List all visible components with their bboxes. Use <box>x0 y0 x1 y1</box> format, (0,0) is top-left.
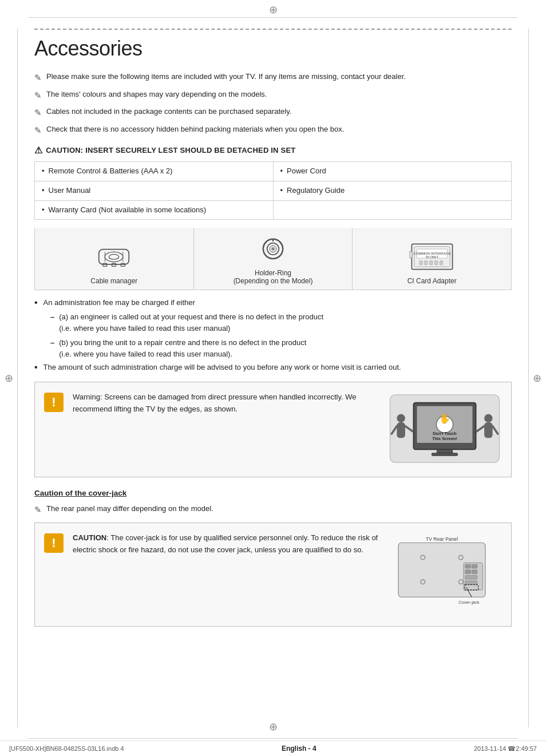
warning-exclamation-icon: ! <box>44 393 64 412</box>
note-icon-4: ✎ <box>34 124 42 137</box>
acc-item-warranty: Warranty Card (Not available in some loc… <box>42 204 266 216</box>
top-center-crosshair: ⊕ <box>269 3 278 16</box>
acc-item-power: Power Cord <box>280 165 505 177</box>
cover-jack-label-svg: Cover-jack <box>458 600 479 605</box>
svg-rect-47 <box>465 564 471 568</box>
svg-rect-28 <box>432 453 457 456</box>
svg-rect-18 <box>419 261 422 265</box>
caution-exclamation-icon: ! <box>44 533 64 553</box>
warning-text-block: Warning: Screens can be damaged from dir… <box>73 391 378 415</box>
tv-handling-image: ✋ Don't Touch This Screen! <box>387 391 502 468</box>
page: ⊕ ⊕ ⊕ Accessories ✎ Please make sure the… <box>0 0 546 756</box>
note-item-3: ✎ Cables not included in the package con… <box>34 106 512 120</box>
note-icon-3: ✎ <box>34 106 42 120</box>
holder-ring-icon <box>256 236 290 264</box>
cover-jack-caution-box: ! CAUTION: The cover-jack is for use by … <box>34 523 512 627</box>
caution-bold-text: CAUTION <box>73 533 106 542</box>
admin-fee-section: An administration fee may be charged if … <box>34 298 512 373</box>
caution-header: ⚠ CAUTION: INSERT SECURELY LEST SHOULD B… <box>34 145 512 156</box>
note-item-1: ✎ Please make sure the following items a… <box>34 71 512 85</box>
sub-bullets-section: – (a) an engineer is called out at your … <box>50 311 512 359</box>
caution-text-block: CAUTION: The cover-jack is for use by qu… <box>73 532 378 556</box>
cover-jack-heading: Caution of the cover-jack <box>34 489 512 497</box>
notes-section: ✎ Please make sure the following items a… <box>34 71 512 137</box>
note-icon-1: ✎ <box>34 72 42 85</box>
svg-point-33 <box>397 414 405 423</box>
caution-header-text: CAUTION: INSERT SECURELY LEST SHOULD BE … <box>46 146 295 155</box>
acc-col-right-1: Power Cord <box>274 162 512 181</box>
svg-rect-51 <box>465 575 477 579</box>
caution-triangle-icon: ⚠ <box>34 145 42 156</box>
ci-card-adapter-icon: COMMON INTERFACE 5V ONLY <box>409 241 455 272</box>
acc-item-regulatory: Regulatory Guide <box>280 185 505 197</box>
sub-dash-a: – <box>50 311 54 323</box>
svg-text:5V ONLY: 5V ONLY <box>426 256 439 259</box>
acc-ci-card-cell: COMMON INTERFACE 5V ONLY CI Card Adapter <box>353 228 511 290</box>
svg-rect-23 <box>409 252 412 258</box>
footer-bar: [UF5500-XH]BN68-04825S-03L16.indb 4 Engl… <box>0 741 546 756</box>
svg-rect-49 <box>465 570 471 574</box>
ci-card-label: CI Card Adapter <box>407 277 457 285</box>
accessories-table: Remote Control & Batteries (AAA x 2) Pow… <box>34 161 512 220</box>
acc-col-right-2: Regulatory Guide <box>274 181 512 200</box>
svg-rect-21 <box>434 261 437 265</box>
note-icon-2: ✎ <box>34 89 42 102</box>
tv-rear-panel-label: TV Rear Panel <box>426 536 458 541</box>
svg-rect-19 <box>424 261 427 265</box>
acc-col-left-2: User Manual <box>35 181 274 200</box>
svg-text:✋: ✋ <box>439 413 451 425</box>
admin-fee-note-text: The amount of such administration charge… <box>43 363 401 371</box>
sub-bullet-a: – (a) an engineer is called out at your … <box>50 311 512 334</box>
svg-text:This Screen!: This Screen! <box>432 436 457 441</box>
page-title: Accessories <box>34 37 512 61</box>
holder-ring-label: Holder-Ring(Depending on the Model) <box>234 269 313 285</box>
acc-row-3: Warranty Card (Not available in some loc… <box>35 201 511 220</box>
right-center-crosshair: ⊕ <box>533 372 541 385</box>
note-text-1: Please make sure the following items are… <box>46 71 512 82</box>
dashed-separator <box>34 29 512 30</box>
svg-rect-52 <box>465 581 477 585</box>
acc-cable-manager-cell: Cable manager <box>35 228 194 290</box>
note-text-4: Check that there is no accessory hidden … <box>46 124 512 135</box>
svg-text:Don't Touch: Don't Touch <box>433 431 457 436</box>
sub-bullet-a-text: (a) an engineer is called out at your re… <box>59 311 323 334</box>
left-center-crosshair: ⊕ <box>5 372 13 385</box>
admin-fee-text: An administration fee may be charged if … <box>43 298 195 307</box>
caution-body-text: : The cover-jack is for use by qualified… <box>73 533 378 554</box>
acc-row-2: User Manual Regulatory Guide <box>35 181 511 201</box>
margin-line-bottom <box>29 738 517 739</box>
svg-point-2 <box>109 255 120 260</box>
svg-point-1 <box>105 252 124 262</box>
admin-fee-main-bullet: An administration fee may be charged if … <box>34 298 512 308</box>
acc-col-left-3: Warranty Card (Not available in some loc… <box>35 201 274 220</box>
accessories-images-row: Cable manager Holder-Ring(Depending on t… <box>34 228 512 290</box>
tv-rear-panel-svg: TV Rear Panel <box>387 532 496 615</box>
acc-item-manual: User Manual <box>42 185 266 197</box>
cable-manager-icon <box>94 244 134 272</box>
note-text-2: The items' colours and shapes may vary d… <box>46 89 512 100</box>
admin-fee-note-bullet: The amount of such administration charge… <box>34 363 512 373</box>
acc-row-1: Remote Control & Batteries (AAA x 2) Pow… <box>35 162 511 181</box>
margin-line-right <box>528 29 529 727</box>
svg-point-37 <box>484 414 493 423</box>
sub-dash-b: – <box>50 337 54 349</box>
content-area: Accessories ✎ Please make sure the follo… <box>34 29 512 627</box>
footer-right: 2013-11-14 ☎2:49:57 <box>474 745 537 753</box>
acc-col-right-3 <box>274 201 512 220</box>
svg-text:COMMON INTERFACE: COMMON INTERFACE <box>413 251 451 255</box>
footer-left: [UF5500-XH]BN68-04825S-03L16.indb 4 <box>9 745 124 752</box>
cover-jack-note-icon: ✎ <box>34 504 42 517</box>
svg-rect-38 <box>484 422 493 438</box>
acc-holder-ring-cell: Holder-Ring(Depending on the Model) <box>194 228 353 290</box>
svg-rect-48 <box>472 564 477 568</box>
svg-rect-50 <box>472 570 477 574</box>
svg-rect-20 <box>429 261 432 265</box>
note-item-2: ✎ The items' colours and shapes may vary… <box>34 89 512 102</box>
warning-text: Warning: Screens can be damaged from dir… <box>73 393 356 413</box>
svg-point-11 <box>271 248 274 251</box>
acc-item-remote: Remote Control & Batteries (AAA x 2) <box>42 165 266 177</box>
sub-bullet-b: – (b) you bring the unit to a repair cen… <box>50 337 512 359</box>
margin-line-top <box>29 17 517 18</box>
footer-center: English - 4 <box>282 745 316 753</box>
tv-rear-panel-image: TV Rear Panel <box>387 532 502 617</box>
